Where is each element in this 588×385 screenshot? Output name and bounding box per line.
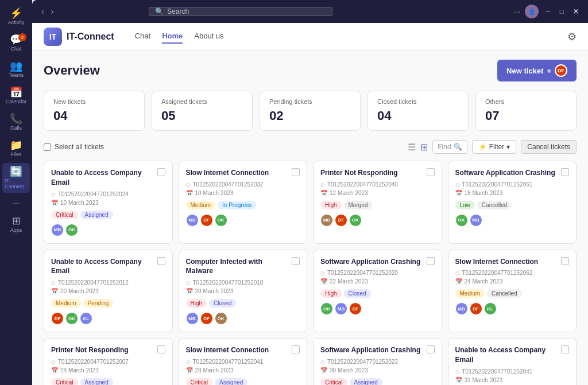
status-tag: Closed	[209, 299, 236, 308]
tab-chat[interactable]: Chat	[135, 29, 150, 44]
settings-button[interactable]: ⚙	[567, 30, 577, 43]
ticket-date: 📅 28 March 2023	[51, 367, 165, 374]
ticket-tags: High Closed	[186, 299, 300, 308]
list-view-icon[interactable]: ☰	[408, 142, 416, 153]
ticket-avatars: OKMBDF	[320, 302, 435, 315]
ticket-title: Software Application Crashing	[320, 257, 427, 267]
calendar-date-icon: 📅	[455, 278, 462, 285]
sidebar-item-files[interactable]: 📁 Files	[2, 137, 30, 161]
ticket-tags: Critical Assigned	[51, 211, 165, 219]
sidebar-item-more[interactable]: ···	[2, 195, 30, 210]
ticket-checkbox[interactable]	[561, 345, 569, 353]
ticket-card[interactable]: Slow Internet Connection ◇ T012520220047…	[448, 250, 577, 333]
tab-about[interactable]: About us	[194, 29, 223, 44]
avatar: OK	[65, 312, 78, 325]
select-all-label[interactable]: Select all tickets	[44, 143, 104, 151]
ticket-card[interactable]: Slow Internet Connection ◇ T012520220047…	[179, 338, 308, 385]
cancel-tickets-button[interactable]: Cancel tickets	[521, 140, 577, 154]
avatar: KL	[484, 302, 497, 315]
ticket-checkbox[interactable]	[157, 168, 165, 176]
avatar: DF	[335, 214, 347, 227]
ticket-checkbox[interactable]	[157, 257, 165, 265]
ticket-card[interactable]: Printer Not Responding ◇ T01252022004770…	[44, 338, 173, 385]
ticket-card[interactable]: Slow Internet Connection ◇ T012520220047…	[179, 161, 308, 244]
more-options-icon[interactable]: ···	[514, 7, 521, 16]
ticket-checkbox[interactable]	[292, 257, 300, 265]
ticket-checkbox[interactable]	[427, 257, 435, 265]
stat-value-assigned: 05	[161, 108, 243, 123]
teams-icon: 👥	[10, 61, 22, 71]
ticket-checkbox[interactable]	[427, 345, 435, 353]
ticket-checkbox[interactable]	[157, 345, 165, 353]
avatar: MB	[335, 302, 347, 315]
ticket-checkbox[interactable]	[292, 168, 300, 176]
ticket-id: ◇ T01252022004770125204​1	[186, 359, 300, 365]
sidebar-item-activity[interactable]: ⚡ Activity	[2, 5, 30, 29]
avatar: DF	[200, 214, 213, 227]
forward-button[interactable]: ›	[49, 6, 56, 17]
minimize-button[interactable]: ─	[543, 6, 553, 17]
ticket-id: ◇ T01252022004770125201​2	[51, 279, 165, 286]
select-all-checkbox[interactable]	[44, 143, 51, 151]
calendar-date-icon: 📅	[320, 190, 327, 196]
priority-tag: Critical	[320, 378, 347, 385]
diamond-icon: ◇	[51, 279, 56, 286]
avatar: MB	[186, 312, 199, 325]
ticket-card[interactable]: Software Application Crashing ◇ T0125202…	[448, 161, 577, 244]
ticket-card[interactable]: Printer Not Responding ◇ T01252022004770…	[313, 161, 442, 244]
ticket-checkbox[interactable]	[561, 257, 569, 265]
status-tag: Assigned	[350, 378, 382, 385]
new-ticket-plus-icon: +	[547, 67, 551, 75]
sidebar-item-chat[interactable]: 2 💬 Chat	[2, 31, 30, 55]
stat-label-assigned: Assigned tickets	[161, 98, 243, 105]
ticket-card[interactable]: Computer Infected with Malware ◇ T012520…	[179, 250, 308, 333]
avatar: OK	[215, 214, 227, 227]
ticket-card[interactable]: Software Application Crashing ◇ T0125202…	[313, 250, 442, 333]
ticket-card[interactable]: Software Application Crashing ◇ T0125202…	[313, 338, 442, 385]
diamond-icon: ◇	[455, 181, 460, 188]
calendar-date-icon: 📅	[186, 288, 193, 294]
avatar: MB	[51, 224, 64, 236]
sidebar-item-teams[interactable]: 👥 Teams	[2, 57, 30, 81]
ticket-checkbox[interactable]	[427, 168, 435, 176]
priority-tag: High	[186, 299, 207, 308]
sidebar-item-apps[interactable]: ⊞ Apps	[2, 212, 30, 236]
filter-button[interactable]: ⚡ Filter ▾	[472, 140, 517, 154]
itconnect-icon: 🔄	[10, 166, 22, 177]
ticket-header: Printer Not Responding	[320, 168, 435, 178]
diamond-icon: ◇	[51, 359, 56, 365]
ticket-card[interactable]: Unable to Access Company Email ◇ T012520…	[44, 250, 173, 333]
status-tag: Assigned	[80, 211, 113, 219]
back-button[interactable]: ‹	[39, 6, 47, 17]
avatar: OK	[320, 302, 333, 315]
ticket-title: Computer Infected with Malware	[186, 257, 292, 277]
find-label: Find	[438, 143, 451, 151]
ticket-checkbox[interactable]	[561, 168, 569, 176]
calendar-date-icon: 📅	[186, 190, 193, 196]
diamond-icon: ◇	[320, 359, 325, 365]
stat-label-pending: Pending tickets	[269, 98, 351, 105]
priority-tag: Critical	[186, 378, 213, 385]
ticket-checkbox[interactable]	[292, 345, 300, 353]
ticket-header: Slow Internet Connection	[455, 257, 570, 267]
ticket-card[interactable]: Unable to Access Company Email ◇ T012520…	[448, 338, 577, 385]
sidebar-item-calendar[interactable]: 📅 Calendar	[2, 84, 30, 108]
calls-icon: 📞	[10, 114, 22, 124]
ticket-card[interactable]: Unable to Access Company Email ◇ T012520…	[44, 161, 173, 244]
sidebar-item-itconnect[interactable]: 🔄 IT-Connect	[2, 163, 30, 193]
maximize-button[interactable]: □	[558, 6, 566, 17]
ticket-title: Printer Not Responding	[320, 168, 427, 178]
tab-home[interactable]: Home	[162, 29, 183, 44]
ticket-header: Printer Not Responding	[51, 345, 165, 355]
ticket-tags: Low Cancelled	[455, 201, 570, 209]
user-avatar[interactable]: 👤	[525, 5, 539, 18]
close-button[interactable]: ✕	[571, 6, 581, 17]
ticket-id: ◇ T01252022004770125202​0	[320, 270, 435, 276]
ticket-date: 📅 18 March 2023	[455, 190, 570, 196]
grid-view-icon[interactable]: ⊞	[420, 142, 428, 153]
ticket-date: 📅 31 March 2023	[455, 377, 570, 383]
avatar: KL	[80, 312, 92, 325]
sidebar-item-calls[interactable]: 📞 Calls	[2, 110, 30, 134]
new-ticket-button[interactable]: New ticket + DF	[497, 60, 577, 81]
ticket-id: ◇ T01252022004770125201​8	[186, 279, 300, 286]
